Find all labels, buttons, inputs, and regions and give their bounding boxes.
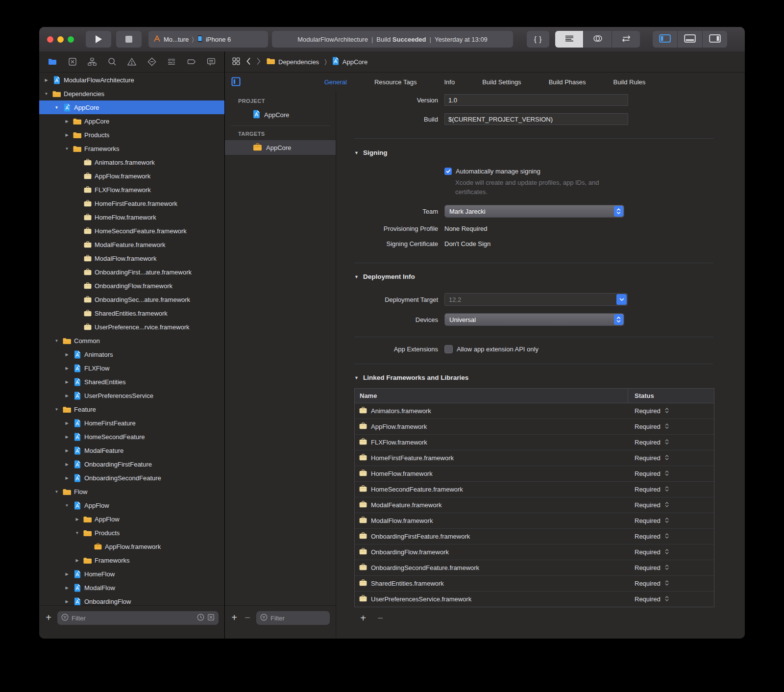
tree-item[interactable]: ▶Animators [39, 347, 224, 361]
tree-item[interactable]: ▶UserPreferencesService [39, 389, 224, 402]
tree-item[interactable]: ▼Frameworks [39, 142, 224, 155]
tree-item[interactable]: ▶FLXFlow [39, 361, 224, 375]
nav-tab-test-navigator[interactable] [146, 57, 158, 67]
disclosure-triangle[interactable]: ▶ [64, 394, 70, 398]
disclosure-triangle[interactable]: ▼ [43, 92, 49, 96]
status-stepper-icon[interactable] [665, 439, 669, 446]
disclosure-triangle[interactable]: ▶ [74, 517, 80, 521]
toggle-navigator-button[interactable] [653, 31, 677, 48]
status-stepper-icon[interactable] [665, 501, 669, 509]
version-field[interactable]: 1.0 [444, 94, 628, 106]
tab-resource-tags[interactable]: Resource Tags [374, 78, 416, 86]
allow-app-extension-api-only-checkbox[interactable] [444, 345, 453, 353]
disclosure-triangle[interactable]: ▶ [64, 462, 70, 467]
add-item-button[interactable]: + [44, 611, 53, 624]
disclosure-triangle[interactable]: ▶ [64, 421, 70, 425]
disclosure-triangle[interactable]: ▼ [53, 407, 60, 412]
disclosure-triangle[interactable]: ▶ [43, 78, 49, 82]
disclosure-triangle[interactable]: ▼ [74, 531, 80, 535]
scheme-selector[interactable]: Mo...ture 〉 iPhone 6 [148, 31, 268, 48]
disclosure-triangle[interactable]: ▶ [74, 558, 80, 563]
disclosure-triangle[interactable]: ▶ [64, 380, 70, 384]
status-stepper-icon[interactable] [665, 564, 669, 572]
tree-item[interactable]: AppFlow.framework [39, 169, 224, 183]
disclosure-triangle[interactable]: ▼ [64, 503, 70, 508]
framework-row[interactable]: HomeFirstFeature.frameworkRequired [355, 450, 714, 466]
navigator-filter-field[interactable]: Filter [57, 611, 219, 625]
tree-item[interactable]: AppFlow.framework [39, 540, 224, 553]
standard-editor-button[interactable] [555, 31, 583, 48]
add-target-button[interactable]: + [230, 611, 239, 624]
nav-tab-report-navigator[interactable] [205, 57, 218, 67]
tree-item[interactable]: ▶SharedEntities [39, 375, 224, 389]
framework-row[interactable]: UserPreferencesService.frameworkRequired [355, 591, 714, 607]
tab-build-rules[interactable]: Build Rules [613, 78, 646, 86]
zoom-window-button[interactable] [68, 36, 74, 43]
name-column-header[interactable]: Name [355, 389, 628, 403]
tree-item[interactable]: ▶OnboardingFirstFeature [39, 457, 224, 471]
tree-item[interactable]: ▶ModalFlow [39, 581, 224, 594]
status-stepper-icon[interactable] [665, 580, 669, 588]
status-column-header[interactable]: Status [628, 389, 714, 403]
disclosure-triangle[interactable]: ▼ [53, 490, 60, 494]
tree-item[interactable]: HomeSecondFeature.framework [39, 224, 224, 238]
nav-tab-breakpoint-navigator[interactable] [185, 57, 198, 67]
tree-item[interactable]: ▼Feature [39, 402, 224, 416]
related-items-icon[interactable] [232, 57, 241, 67]
framework-row[interactable]: HomeFlow.frameworkRequired [355, 466, 714, 481]
toggle-debug-area-button[interactable] [677, 31, 702, 48]
nav-tab-project-navigator[interactable] [46, 57, 59, 67]
scm-status-filter-icon[interactable] [207, 614, 215, 622]
close-window-button[interactable] [47, 36, 53, 43]
tree-item[interactable]: ▼Flow [39, 485, 224, 498]
assistant-editor-button[interactable] [583, 31, 612, 48]
minimize-window-button[interactable] [57, 36, 64, 43]
team-popup[interactable]: Mark Jarecki [444, 205, 624, 218]
library-button[interactable]: { } [527, 31, 549, 48]
tree-item[interactable]: ModalFeature.framework [39, 238, 224, 251]
disclosure-triangle[interactable]: ▶ [64, 366, 70, 371]
tree-item[interactable]: ▶AppCore [39, 114, 224, 128]
tab-info[interactable]: Info [444, 78, 455, 86]
disclosure-triangle[interactable]: ▶ [64, 448, 70, 453]
tree-item[interactable]: SharedEntities.framework [39, 306, 224, 320]
nav-tab-issue-navigator[interactable] [125, 57, 138, 67]
disclosure-triangle[interactable]: ▶ [64, 572, 70, 576]
project-item[interactable]: AppCore [225, 107, 336, 122]
disclosure-triangle[interactable]: ▶ [64, 599, 70, 604]
framework-row[interactable]: Animators.frameworkRequired [355, 403, 714, 419]
tree-item[interactable]: ▼AppFlow [39, 498, 224, 512]
tree-item[interactable]: HomeFirstFeature.framework [39, 197, 224, 210]
devices-popup[interactable]: Universal [444, 313, 624, 326]
tree-item[interactable]: ▶OnboardingFlow [39, 594, 224, 605]
status-stepper-icon[interactable] [665, 423, 669, 431]
run-button[interactable] [86, 31, 111, 48]
tree-item[interactable]: HomeFlow.framework [39, 210, 224, 224]
framework-row[interactable]: OnboardingFirstFeature.frameworkRequired [355, 528, 714, 544]
deployment-target-combo[interactable]: 12.2 [444, 293, 628, 306]
targets-filter-field[interactable]: Filter [256, 611, 330, 625]
status-stepper-icon[interactable] [665, 470, 669, 478]
tree-item[interactable]: OnboardingFirst...ature.framework [39, 265, 224, 279]
deployment-info-section-header[interactable]: ▼ Deployment Info [354, 273, 713, 280]
disclosure-triangle[interactable]: ▶ [64, 133, 70, 137]
target-item[interactable]: AppCore [225, 140, 336, 155]
remove-framework-button[interactable]: − [376, 612, 385, 624]
toggle-inspector-button[interactable] [702, 31, 727, 48]
tree-item[interactable]: ▼Common [39, 334, 224, 347]
add-framework-button[interactable]: + [359, 612, 368, 624]
framework-row[interactable]: ModalFeature.frameworkRequired [355, 497, 714, 513]
tab-build-settings[interactable]: Build Settings [482, 78, 521, 86]
status-stepper-icon[interactable] [665, 548, 669, 556]
tree-item[interactable]: ▼AppCore [39, 100, 224, 114]
tree-item[interactable]: ▶Frameworks [39, 553, 224, 567]
tree-item[interactable]: ▼Products [39, 526, 224, 540]
tree-item[interactable]: ▼Dependencies [39, 87, 224, 100]
nav-tab-find-navigator[interactable] [106, 57, 119, 67]
activity-viewer[interactable]: ModularFlowArchitecture | Build Succeede… [272, 31, 513, 48]
framework-row[interactable]: OnboardingSecondFeature.frameworkRequire… [355, 560, 714, 575]
status-stepper-icon[interactable] [665, 407, 669, 415]
framework-row[interactable]: ModalFlow.frameworkRequired [355, 513, 714, 528]
tab-general[interactable]: General [324, 78, 347, 86]
status-stepper-icon[interactable] [665, 595, 669, 603]
